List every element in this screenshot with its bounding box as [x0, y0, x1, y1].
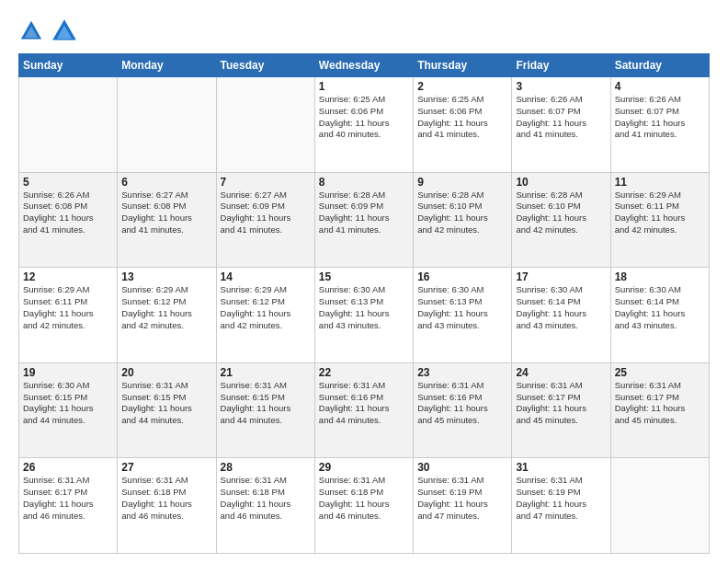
day-number: 7 — [221, 176, 311, 189]
calendar-cell: 19Sunrise: 6:30 AM Sunset: 6:15 PM Dayli… — [19, 362, 118, 458]
weekday-header-saturday: Saturday — [610, 54, 709, 77]
calendar-cell: 2Sunrise: 6:25 AM Sunset: 6:06 PM Daylig… — [414, 77, 512, 173]
calendar-cell: 4Sunrise: 6:26 AM Sunset: 6:07 PM Daylig… — [610, 77, 709, 173]
day-info: Sunrise: 6:28 AM Sunset: 6:10 PM Dayligh… — [417, 190, 507, 236]
calendar-cell: 11Sunrise: 6:29 AM Sunset: 6:11 PM Dayli… — [610, 172, 709, 268]
weekday-header-thursday: Thursday — [414, 54, 512, 77]
calendar-cell: 18Sunrise: 6:30 AM Sunset: 6:14 PM Dayli… — [610, 268, 709, 363]
day-info: Sunrise: 6:31 AM Sunset: 6:17 PM Dayligh… — [615, 380, 705, 427]
calendar-cell: 17Sunrise: 6:30 AM Sunset: 6:14 PM Dayli… — [512, 268, 610, 363]
day-info: Sunrise: 6:26 AM Sunset: 6:07 PM Dayligh… — [516, 94, 606, 141]
page: SundayMondayTuesdayWednesdayThursdayFrid… — [0, 0, 728, 563]
day-info: Sunrise: 6:30 AM Sunset: 6:15 PM Dayligh… — [23, 380, 113, 427]
day-number: 14 — [221, 270, 311, 283]
day-number: 17 — [516, 270, 606, 283]
day-number: 26 — [23, 461, 113, 474]
weekday-header-row: SundayMondayTuesdayWednesdayThursdayFrid… — [19, 54, 710, 77]
day-info: Sunrise: 6:31 AM Sunset: 6:19 PM Dayligh… — [516, 475, 606, 522]
calendar-cell — [216, 77, 314, 173]
header — [18, 17, 710, 46]
calendar-cell: 5Sunrise: 6:26 AM Sunset: 6:08 PM Daylig… — [19, 172, 118, 268]
calendar-cell: 10Sunrise: 6:28 AM Sunset: 6:10 PM Dayli… — [512, 172, 610, 268]
day-number: 8 — [319, 176, 409, 189]
calendar-cell: 8Sunrise: 6:28 AM Sunset: 6:09 PM Daylig… — [314, 172, 413, 268]
day-number: 13 — [121, 270, 211, 283]
calendar-cell: 24Sunrise: 6:31 AM Sunset: 6:17 PM Dayli… — [512, 362, 610, 458]
day-number: 3 — [516, 80, 606, 93]
day-info: Sunrise: 6:31 AM Sunset: 6:15 PM Dayligh… — [121, 380, 211, 427]
day-number: 11 — [615, 176, 705, 189]
calendar-cell: 25Sunrise: 6:31 AM Sunset: 6:17 PM Dayli… — [610, 362, 709, 458]
day-info: Sunrise: 6:31 AM Sunset: 6:17 PM Dayligh… — [516, 380, 606, 427]
day-number: 10 — [516, 176, 606, 189]
weekday-header-sunday: Sunday — [19, 54, 118, 77]
day-info: Sunrise: 6:29 AM Sunset: 6:12 PM Dayligh… — [121, 284, 211, 331]
day-number: 30 — [417, 461, 507, 474]
calendar-cell: 31Sunrise: 6:31 AM Sunset: 6:19 PM Dayli… — [512, 458, 610, 554]
day-number: 18 — [615, 270, 705, 283]
weekday-header-tuesday: Tuesday — [216, 54, 314, 77]
day-info: Sunrise: 6:31 AM Sunset: 6:18 PM Dayligh… — [319, 475, 409, 522]
calendar-cell: 23Sunrise: 6:31 AM Sunset: 6:16 PM Dayli… — [414, 362, 512, 458]
day-number: 5 — [23, 176, 113, 189]
day-info: Sunrise: 6:30 AM Sunset: 6:14 PM Dayligh… — [615, 284, 705, 331]
calendar-table: SundayMondayTuesdayWednesdayThursdayFrid… — [18, 53, 710, 554]
calendar-cell — [19, 77, 118, 173]
day-info: Sunrise: 6:28 AM Sunset: 6:09 PM Dayligh… — [319, 190, 409, 236]
day-info: Sunrise: 6:26 AM Sunset: 6:07 PM Dayligh… — [615, 94, 705, 141]
day-info: Sunrise: 6:31 AM Sunset: 6:17 PM Dayligh… — [23, 475, 113, 522]
day-info: Sunrise: 6:30 AM Sunset: 6:14 PM Dayligh… — [516, 284, 606, 331]
weekday-header-wednesday: Wednesday — [314, 54, 413, 77]
calendar-cell: 9Sunrise: 6:28 AM Sunset: 6:10 PM Daylig… — [414, 172, 512, 268]
day-info: Sunrise: 6:28 AM Sunset: 6:10 PM Dayligh… — [516, 190, 606, 236]
calendar-cell: 6Sunrise: 6:27 AM Sunset: 6:08 PM Daylig… — [118, 172, 216, 268]
day-number: 20 — [121, 366, 211, 379]
calendar-cell: 29Sunrise: 6:31 AM Sunset: 6:18 PM Dayli… — [314, 458, 413, 554]
day-info: Sunrise: 6:26 AM Sunset: 6:08 PM Dayligh… — [23, 190, 113, 236]
day-info: Sunrise: 6:30 AM Sunset: 6:13 PM Dayligh… — [319, 284, 409, 331]
calendar-cell: 16Sunrise: 6:30 AM Sunset: 6:13 PM Dayli… — [414, 268, 512, 363]
calendar-row-4: 19Sunrise: 6:30 AM Sunset: 6:15 PM Dayli… — [19, 362, 710, 458]
day-number: 23 — [417, 366, 507, 379]
calendar-cell: 20Sunrise: 6:31 AM Sunset: 6:15 PM Dayli… — [118, 362, 216, 458]
calendar-row-1: 1Sunrise: 6:25 AM Sunset: 6:06 PM Daylig… — [19, 77, 710, 173]
day-number: 6 — [121, 176, 211, 189]
day-info: Sunrise: 6:27 AM Sunset: 6:09 PM Dayligh… — [221, 190, 311, 236]
day-number: 27 — [121, 461, 211, 474]
day-info: Sunrise: 6:25 AM Sunset: 6:06 PM Dayligh… — [319, 94, 409, 141]
day-info: Sunrise: 6:31 AM Sunset: 6:16 PM Dayligh… — [417, 380, 507, 427]
day-number: 4 — [615, 80, 705, 93]
day-info: Sunrise: 6:30 AM Sunset: 6:13 PM Dayligh… — [417, 284, 507, 331]
weekday-header-friday: Friday — [512, 54, 610, 77]
day-number: 29 — [319, 461, 409, 474]
day-info: Sunrise: 6:25 AM Sunset: 6:06 PM Dayligh… — [417, 94, 507, 141]
day-number: 9 — [417, 176, 507, 189]
calendar-cell: 12Sunrise: 6:29 AM Sunset: 6:11 PM Dayli… — [19, 268, 118, 363]
logo-triangle — [50, 17, 79, 46]
day-info: Sunrise: 6:31 AM Sunset: 6:16 PM Dayligh… — [319, 380, 409, 427]
calendar-cell — [610, 458, 709, 554]
calendar-row-5: 26Sunrise: 6:31 AM Sunset: 6:17 PM Dayli… — [19, 458, 710, 554]
day-number: 25 — [615, 366, 705, 379]
day-info: Sunrise: 6:29 AM Sunset: 6:11 PM Dayligh… — [615, 190, 705, 236]
day-info: Sunrise: 6:29 AM Sunset: 6:11 PM Dayligh… — [23, 284, 113, 331]
logo-icon — [18, 18, 44, 44]
day-number: 19 — [23, 366, 113, 379]
weekday-header-monday: Monday — [118, 54, 216, 77]
calendar-cell: 3Sunrise: 6:26 AM Sunset: 6:07 PM Daylig… — [512, 77, 610, 173]
calendar-cell: 21Sunrise: 6:31 AM Sunset: 6:15 PM Dayli… — [216, 362, 314, 458]
day-number: 2 — [417, 80, 507, 93]
calendar-cell: 28Sunrise: 6:31 AM Sunset: 6:18 PM Dayli… — [216, 458, 314, 554]
calendar-cell: 26Sunrise: 6:31 AM Sunset: 6:17 PM Dayli… — [19, 458, 118, 554]
day-info: Sunrise: 6:31 AM Sunset: 6:18 PM Dayligh… — [121, 475, 211, 522]
day-number: 15 — [319, 270, 409, 283]
day-number: 12 — [23, 270, 113, 283]
day-number: 21 — [221, 366, 311, 379]
calendar-cell: 1Sunrise: 6:25 AM Sunset: 6:06 PM Daylig… — [314, 77, 413, 173]
calendar-row-3: 12Sunrise: 6:29 AM Sunset: 6:11 PM Dayli… — [19, 268, 710, 363]
day-number: 24 — [516, 366, 606, 379]
day-number: 28 — [221, 461, 311, 474]
day-info: Sunrise: 6:31 AM Sunset: 6:18 PM Dayligh… — [221, 475, 311, 522]
logo — [18, 17, 83, 46]
calendar-cell: 15Sunrise: 6:30 AM Sunset: 6:13 PM Dayli… — [314, 268, 413, 363]
